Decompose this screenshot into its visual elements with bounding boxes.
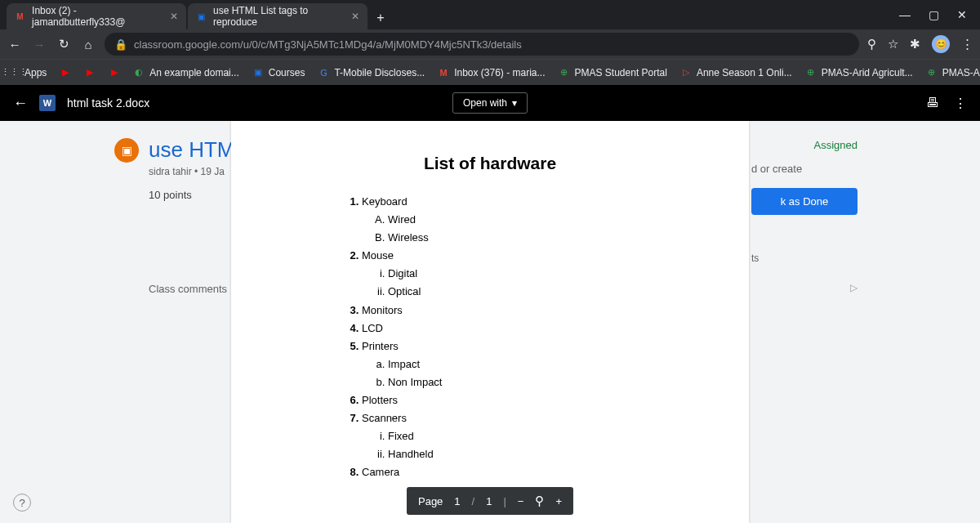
zoom-icon[interactable]: ⚲	[535, 494, 544, 508]
send-icon[interactable]: ▷	[850, 282, 858, 293]
portal-icon: ⊕	[805, 67, 817, 78]
address-bar-row: ← → ↻ ⌂ 🔒 classroom.google.com/u/0/c/MTg…	[0, 29, 980, 59]
url-input[interactable]: 🔒 classroom.google.com/u/0/c/MTg3NjA5MTc…	[105, 33, 859, 56]
list-item: Keyboard Wired Wireless	[362, 193, 700, 247]
add-create-label: d or create	[751, 163, 858, 175]
zoom-out-icon[interactable]: −	[518, 495, 524, 507]
browser-tab[interactable]: ▣ use HTML List tags to reproduce ✕	[188, 3, 368, 29]
doc-filename: html task 2.docx	[67, 96, 149, 110]
bookmark-item[interactable]: MInbox (376) - maria...	[438, 67, 545, 78]
assignment-points: 10 points	[149, 189, 234, 201]
window-controls: — ▢ ✕	[899, 0, 980, 29]
list-item: Printers Impact Non Impact	[362, 337, 700, 391]
list-subitem: Non Impact	[388, 373, 700, 391]
back-icon[interactable]: ←	[13, 95, 28, 112]
youtube-icon: ▶	[109, 67, 120, 78]
youtube-icon: ▶	[84, 67, 96, 78]
bookmark-item[interactable]: ▣Courses	[252, 67, 305, 78]
classroom-panel-right: Assigned d or create k as Done ts ▷	[751, 139, 858, 293]
forward-icon[interactable]: →	[31, 38, 47, 51]
minimize-icon[interactable]: —	[899, 8, 911, 21]
home-icon[interactable]: ⌂	[80, 38, 96, 51]
extensions-icon[interactable]: ✱	[910, 37, 920, 51]
apps-bookmark[interactable]: ⋮⋮⋮Apps	[8, 67, 47, 78]
bookmark-item[interactable]: ⊕PMAS-Arid Agricult...	[805, 67, 913, 78]
maximize-icon[interactable]: ▢	[929, 8, 939, 21]
bookmarks-bar: ⋮⋮⋮Apps ▶ ▶ ▶ ◐An example domai... ▣Cour…	[0, 59, 980, 85]
print-icon[interactable]: 🖶	[926, 96, 939, 110]
menu-icon[interactable]: ⋮	[961, 37, 973, 51]
lock-icon: 🔒	[114, 38, 127, 51]
list-subitem: Wired	[388, 211, 700, 229]
portal-icon: ⊕	[926, 67, 938, 78]
list-subitem: Impact	[388, 355, 700, 373]
list-item: Mouse Digital Optical	[362, 247, 700, 301]
content-area: ▣ use HTM sidra tahir • 19 Ja 10 points …	[0, 121, 980, 523]
play-icon: ▷	[680, 67, 692, 78]
page-controls: Page 1 / 1 | − ⚲ +	[407, 487, 573, 515]
list-subitem: Fixed	[388, 427, 700, 445]
youtube-icon: ▶	[60, 67, 71, 78]
chevron-down-icon: ▾	[512, 97, 517, 109]
star-icon[interactable]: ☆	[888, 37, 898, 51]
google-icon: G	[318, 67, 329, 78]
list-subitem: Handheld	[388, 445, 700, 463]
list-item: Plotters	[362, 391, 700, 409]
tab-title: use HTML List tags to reproduce	[213, 5, 345, 28]
divider: |	[503, 495, 506, 507]
classroom-icon: ▣	[252, 67, 264, 78]
list-item: LCD	[362, 320, 700, 337]
bookmark-item[interactable]: ◐An example domai...	[133, 67, 238, 78]
bookmark-item[interactable]: ▶	[84, 67, 96, 78]
assignment-subtitle: sidra tahir • 19 Ja	[149, 166, 234, 177]
zoom-in-icon[interactable]: +	[555, 495, 562, 507]
bookmark-item[interactable]: GT-Mobile Discloses...	[318, 67, 425, 78]
reload-icon[interactable]: ↻	[56, 37, 72, 51]
tab-title: Inbox (2) - jamandbutterfly333@	[32, 5, 163, 28]
open-with-button[interactable]: Open with ▾	[452, 92, 528, 114]
gmail-icon: M	[438, 67, 449, 78]
search-icon[interactable]: ⚲	[867, 37, 876, 51]
close-icon[interactable]: ✕	[957, 8, 967, 21]
classroom-icon: ▣	[196, 11, 207, 22]
gmail-icon: M	[15, 11, 25, 22]
assignment-icon: ▣	[114, 138, 139, 163]
hardware-list: Keyboard Wired Wireless Mouse Digital Op…	[280, 193, 700, 482]
bookmark-item[interactable]: ⊕PMAS Student Portal	[559, 67, 667, 78]
word-icon: W	[39, 95, 56, 111]
site-icon: ◐	[133, 67, 145, 78]
doc-header-bar: ← W html task 2.docx Open with ▾ 🖶 ⋮	[0, 85, 980, 121]
bookmark-item[interactable]: ⊕PMAS-Arid Agricult...	[926, 67, 980, 78]
list-subitem: Optical	[388, 283, 700, 301]
document-page: List of hardware Keyboard Wired Wireless…	[231, 121, 749, 523]
list-item: Scanners Fixed Handheld	[362, 409, 700, 463]
help-icon[interactable]: ?	[13, 494, 31, 512]
apps-icon: ⋮⋮⋮	[8, 67, 20, 78]
page-total: 1	[486, 495, 492, 507]
private-comment-row: ▷	[751, 282, 858, 293]
browser-tab[interactable]: M Inbox (2) - jamandbutterfly333@ ✕	[7, 3, 186, 29]
doc-heading: List of hardware	[280, 154, 700, 173]
new-tab-button[interactable]: +	[369, 7, 392, 29]
status-assigned: Assigned	[751, 139, 858, 151]
list-subitem: Wireless	[388, 229, 700, 247]
bookmark-item[interactable]: ▶	[109, 67, 120, 78]
close-icon[interactable]: ✕	[170, 11, 178, 22]
page-current: 1	[454, 495, 460, 507]
list-item: Monitors	[362, 302, 700, 320]
tab-strip: M Inbox (2) - jamandbutterfly333@ ✕ ▣ us…	[0, 0, 980, 29]
bookmark-item[interactable]: ▶	[60, 67, 71, 78]
bookmark-item[interactable]: ▷Anne Season 1 Onli...	[680, 67, 792, 78]
portal-icon: ⊕	[559, 67, 570, 78]
back-icon[interactable]: ←	[7, 38, 23, 51]
menu-icon[interactable]: ⋮	[954, 96, 967, 111]
timestamp-label: ts	[751, 253, 858, 264]
assignment-title: use HTM	[149, 137, 234, 163]
mark-done-button[interactable]: k as Done	[751, 188, 858, 215]
list-subitem: Digital	[388, 265, 700, 283]
profile-avatar[interactable]: 😊	[932, 35, 950, 53]
classroom-panel-left: ▣ use HTM sidra tahir • 19 Ja 10 points	[114, 137, 234, 201]
close-icon[interactable]: ✕	[351, 11, 359, 22]
page-sep: /	[472, 495, 475, 507]
class-comments-label: Class comments	[149, 283, 227, 295]
